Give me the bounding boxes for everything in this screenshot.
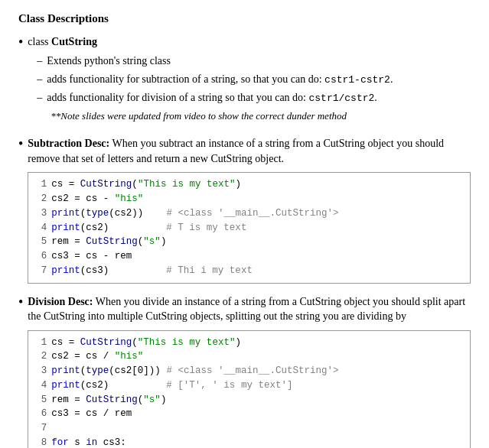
note-text: **Note slides were updated from video to… — [51, 109, 347, 124]
main-list: • class CutString – Extends python's str… — [18, 34, 471, 448]
division-desc: When you divide an instance of a string … — [28, 296, 465, 323]
code-line: 3 print(type(cs2)) # <class '__main__.Cu… — [34, 206, 464, 221]
code-line: 4 print(cs2) # T is my text — [34, 221, 464, 235]
code-line: 2 cs2 = cs - "his" — [34, 192, 464, 206]
sub-item-1: – Extends python's string class — [37, 53, 471, 69]
class-name: CutString — [51, 36, 97, 47]
dash-icon: – — [37, 89, 42, 106]
code-line: 3 print(type(cs2[0])) # <class '__main__… — [34, 364, 464, 378]
sub-item-3: – adds functionality for division of a s… — [37, 89, 471, 106]
code-line: 1 cs = CutString("This is my text") — [34, 177, 464, 192]
code-line: 6 cs3 = cs - rem — [34, 249, 464, 264]
subtraction-label: Subtraction Desc: When you subtract an i… — [28, 136, 471, 166]
subtraction-title: Subtraction Desc: — [28, 138, 109, 149]
sub-text-1: Extends python's string class — [47, 53, 171, 69]
sub-item-note: **Note slides were updated from video to… — [37, 109, 471, 124]
sub-text-2: adds functionality for subtraction of a … — [47, 71, 393, 88]
code-subtraction: cstr1-cstr2 — [324, 74, 390, 86]
division-label: Division Desc: When you divide an instan… — [28, 294, 471, 324]
code-line: 8 for s in cs3: — [34, 436, 464, 448]
class-prefix: class — [28, 36, 51, 47]
division-title: Division Desc: — [28, 296, 93, 307]
division-code-block: 1 cs = CutString("This is my text") 2 cs… — [28, 330, 471, 448]
sub-text-3: adds functionality for division of a str… — [47, 89, 377, 106]
bullet-icon: • — [18, 294, 23, 311]
code-line: 4 print(cs2) # ['T', ' is my text'] — [34, 378, 464, 393]
bullet-icon: • — [18, 34, 23, 51]
code-line: 7 print(cs3) # Thi i my text — [34, 264, 464, 278]
list-item-division: • Division Desc: When you divide an inst… — [18, 294, 471, 448]
page-title: Class Descriptions — [18, 12, 471, 25]
list-item-subtraction: • Subtraction Desc: When you subtract an… — [18, 136, 471, 283]
sub-item-2: – adds functionality for subtraction of … — [37, 71, 471, 88]
code-line: 1 cs = CutString("This is my text") — [34, 336, 464, 350]
bullet-icon: • — [18, 136, 23, 153]
dash-icon: – — [37, 53, 42, 69]
list-item-cutstring: • class CutString – Extends python's str… — [18, 34, 471, 125]
cutstring-label: class CutString — [28, 34, 471, 50]
dash-icon: – — [37, 71, 42, 87]
code-line: 7 — [34, 421, 464, 436]
cutstring-sublist: – Extends python's string class – adds f… — [28, 53, 471, 124]
code-division: cstr1/cstr2 — [308, 93, 374, 104]
code-line: 6 cs3 = cs / rem — [34, 407, 464, 421]
code-line: 5 rem = CutString("s") — [34, 235, 464, 249]
code-line: 5 rem = CutString("s") — [34, 393, 464, 407]
code-line: 2 cs2 = cs / "his" — [34, 349, 464, 364]
subtraction-code-block: 1 cs = CutString("This is my text") 2 cs… — [28, 172, 471, 283]
